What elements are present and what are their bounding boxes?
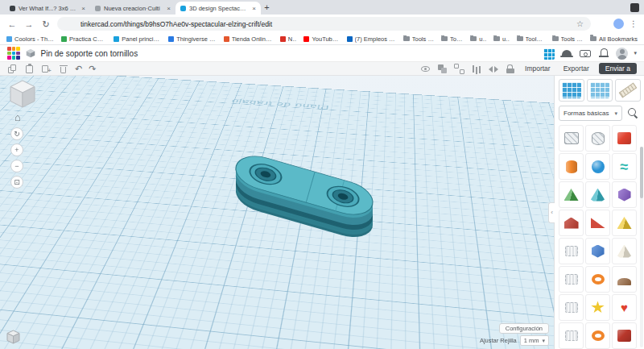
shape-esfera[interactable] xyxy=(585,153,610,180)
shape-estrella[interactable] xyxy=(585,294,610,321)
delete-icon[interactable] xyxy=(58,64,68,74)
bookmark-item[interactable]: Tools Videos xyxy=(552,35,584,43)
tinkercad-logo[interactable] xyxy=(7,47,20,60)
paste-icon[interactable] xyxy=(24,64,35,74)
shape-anillo[interactable] xyxy=(585,322,610,349)
shape-corazon[interactable]: ♥ xyxy=(612,294,637,321)
blocks-icon[interactable] xyxy=(543,48,555,60)
copy-icon[interactable] xyxy=(7,64,18,74)
snap-grid-select[interactable]: 1 mm ▾ xyxy=(520,335,549,346)
browser-tab[interactable]: Ver What If...? 3x6 Online Grati× xyxy=(5,2,90,15)
bookmark-item[interactable]: Tienda Online de Ro... xyxy=(224,35,273,43)
bookmark-item[interactable]: Tools Code xyxy=(517,35,545,43)
perspective-toggle-icon[interactable] xyxy=(6,330,20,344)
bookmark-item[interactable]: unco xyxy=(493,35,510,43)
bookmark-favicon xyxy=(347,36,353,42)
forward-button[interactable]: → xyxy=(23,19,35,30)
send-to-button[interactable]: Enviar a xyxy=(599,63,637,74)
ruler-tool[interactable] xyxy=(615,79,641,102)
helmet-icon[interactable] xyxy=(560,47,573,60)
shape-letra[interactable] xyxy=(559,294,584,321)
texto-icon xyxy=(565,246,578,256)
sidebar-scrollbar[interactable] xyxy=(640,147,643,347)
bookmark-item[interactable]: News xyxy=(280,35,297,43)
browser-avatar[interactable] xyxy=(613,19,624,29)
viewport-canvas[interactable]: Plano de trabajo xyxy=(0,76,554,349)
shape-dado[interactable] xyxy=(612,322,637,349)
ungroup-icon[interactable] xyxy=(454,64,464,74)
tab-close-icon[interactable]: × xyxy=(81,5,85,12)
scrollbar-thumb[interactable] xyxy=(640,147,643,198)
lock-toolbar-icon[interactable] xyxy=(505,64,515,74)
shape-category-label: Formas básicas xyxy=(564,110,609,117)
sidebar-collapse-handle[interactable]: ‹ xyxy=(548,202,555,223)
camera-icon[interactable] xyxy=(579,47,592,60)
shape-piramide[interactable] xyxy=(559,181,584,208)
shape-forma[interactable] xyxy=(559,322,584,349)
shape-cuna[interactable] xyxy=(585,210,610,236)
zoom-in-button[interactable]: + xyxy=(10,143,23,156)
redo-button[interactable]: ↷ xyxy=(89,64,96,74)
tab-close-icon[interactable]: × xyxy=(252,5,256,12)
reload-button[interactable]: ↻ xyxy=(40,19,52,30)
url-field[interactable]: tinkercad.com/things/b9hsO7hAe0v-spectac… xyxy=(57,17,591,31)
undo-button[interactable]: ↶ xyxy=(75,64,82,74)
bookmark-item[interactable]: (7) Empleos | LinkedIn xyxy=(347,35,396,43)
group-icon[interactable] xyxy=(437,64,448,74)
window-profile-icon[interactable] xyxy=(630,3,639,12)
fit-view-button[interactable]: ⊡ xyxy=(10,176,23,189)
shape-tetraedro[interactable] xyxy=(612,210,637,236)
bookmark-item[interactable]: usde xyxy=(470,35,486,43)
shape-numero[interactable] xyxy=(559,266,584,293)
bookmark-item[interactable]: Coolors - The super... xyxy=(6,35,54,43)
flip-icon[interactable] xyxy=(488,64,498,74)
shape-paraboloide[interactable] xyxy=(612,238,637,264)
bookmark-item[interactable]: Tools IA xyxy=(441,35,463,43)
shape-cilindro-hueco[interactable] xyxy=(585,125,610,152)
grid-config-button[interactable]: Configuración xyxy=(499,323,549,334)
tab-close-icon[interactable]: × xyxy=(167,5,171,12)
shape-cilindro[interactable] xyxy=(559,153,584,180)
duplicate-icon[interactable] xyxy=(41,64,52,74)
design-title[interactable]: Pin de soporte con tornillos xyxy=(41,49,138,58)
extensions-icon[interactable] xyxy=(597,19,608,30)
shape-search-button[interactable] xyxy=(625,106,641,121)
bookmark-item[interactable]: Practica Computer... xyxy=(61,35,106,43)
grid-tool[interactable] xyxy=(587,79,613,102)
shape-garabato[interactable]: ≈ xyxy=(612,153,637,180)
shape-texto[interactable] xyxy=(559,238,584,264)
shape-techo[interactable] xyxy=(559,210,584,236)
shape-poligono[interactable] xyxy=(585,238,610,264)
align-icon[interactable] xyxy=(471,64,481,74)
back-button[interactable]: ← xyxy=(6,19,18,30)
browser-menu-icon[interactable]: ⋮ xyxy=(630,19,638,28)
export-button[interactable]: Exportar xyxy=(560,63,592,74)
avatar-caret-icon[interactable]: ▾ xyxy=(634,50,637,56)
shape-category-dropdown[interactable]: Formas básicas ▾ xyxy=(559,106,622,121)
new-tab-button[interactable]: + xyxy=(261,2,273,14)
model-pin-de-soporte[interactable] xyxy=(208,126,401,255)
shape-cono[interactable] xyxy=(585,181,610,208)
orbit-icon[interactable]: ↻ xyxy=(10,127,23,140)
shape-caja[interactable] xyxy=(612,125,637,152)
zoom-out-button[interactable]: − xyxy=(10,160,23,172)
shape-toro[interactable] xyxy=(585,266,610,293)
show-all-icon[interactable] xyxy=(420,64,431,74)
workplane-tool[interactable] xyxy=(559,79,584,102)
bookmark-item[interactable]: Thingiverse - Digital... xyxy=(168,35,217,43)
browser-tab[interactable]: Nueva creacion·Culti× xyxy=(90,2,175,15)
bookmark-item[interactable]: Tools Money xyxy=(403,35,434,43)
shape-prisma[interactable] xyxy=(612,181,637,208)
home-view-icon[interactable]: ⌂ xyxy=(14,111,21,123)
bookmark-item[interactable]: YouTube Music xyxy=(303,35,339,43)
import-button[interactable]: Importar xyxy=(522,63,554,74)
user-avatar[interactable] xyxy=(616,48,628,60)
notifications-bell-icon[interactable] xyxy=(597,47,610,60)
browser-tab[interactable]: 3D design Spectacular Elzing-...× xyxy=(175,2,261,15)
shape-caja-hueca[interactable] xyxy=(559,125,584,152)
bookmark-item[interactable]: Panel principal | Tin... xyxy=(114,35,161,43)
shape-semiesfera[interactable] xyxy=(612,266,637,293)
all-bookmarks[interactable]: All Bookmarks xyxy=(590,35,638,43)
bookmark-star-icon[interactable]: ☆ xyxy=(576,19,584,29)
view-cube[interactable] xyxy=(8,79,37,110)
